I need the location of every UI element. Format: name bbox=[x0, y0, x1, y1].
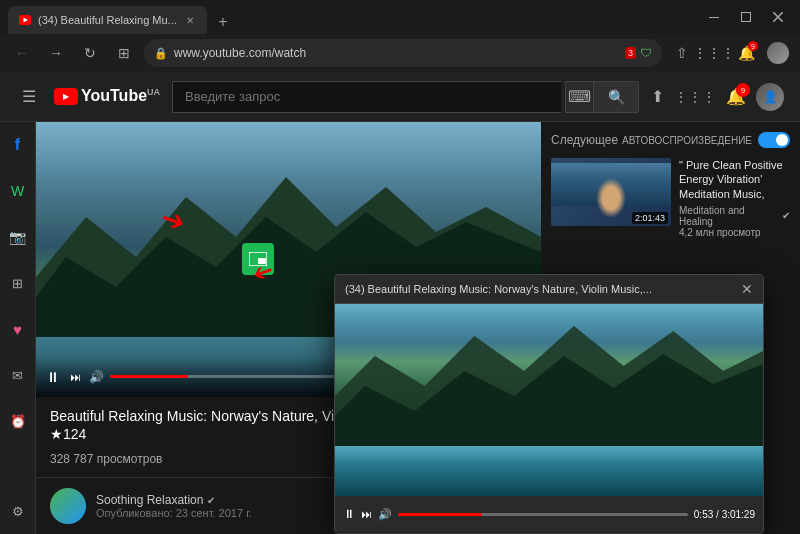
next-view-count: 4,2 млн просмотр bbox=[679, 227, 790, 238]
ssl-lock-icon: 🔒 bbox=[154, 47, 168, 60]
mini-next-button[interactable]: ⏭ bbox=[361, 508, 372, 520]
channel-name[interactable]: Soothing Relaxation bbox=[96, 493, 203, 507]
forward-button[interactable]: → bbox=[42, 39, 70, 67]
next-video-duration: 2:01:43 bbox=[632, 212, 668, 224]
mini-player: (34) Beautiful Relaxing Music: Norway's … bbox=[334, 274, 764, 534]
window-controls bbox=[700, 3, 792, 31]
active-tab[interactable]: (34) Beautiful Relaxing Mu... ✕ bbox=[8, 6, 207, 34]
tab-favicon bbox=[18, 13, 32, 27]
next-verified-icon: ✔ bbox=[782, 210, 790, 221]
autoplay-header: Следующее АВТОВОСПРОИЗВЕДЕНИЕ bbox=[551, 132, 790, 148]
progress-fill bbox=[110, 375, 188, 378]
notification-bell-icon[interactable]: 🔔 9 bbox=[726, 87, 746, 106]
mini-progress-area bbox=[398, 513, 688, 516]
sidebar-icon-whatsapp[interactable]: W bbox=[3, 176, 33, 206]
youtube-ua-suffix: UA bbox=[147, 87, 160, 97]
nav-bar: ← → ↻ ⊞ 🔒 www.youtube.com/watch 3 🛡 ⇧ ⋮⋮… bbox=[0, 34, 800, 72]
mini-player-controls: ⏸ ⏭ 🔊 0:53 / 3:01:29 bbox=[335, 496, 763, 532]
youtube-header: ☰ YouTubeUA ⌨ 🔍 ⬆ ⋮⋮⋮ 🔔 9 👤 bbox=[0, 72, 800, 122]
next-video-title: " Pure Clean Positive Energy Vibration' … bbox=[679, 158, 790, 201]
keyboard-icon[interactable]: ⌨ bbox=[565, 81, 593, 113]
url-text: www.youtube.com/watch bbox=[174, 46, 619, 60]
mini-water bbox=[335, 446, 763, 496]
next-button[interactable]: ⏭ bbox=[68, 369, 83, 385]
tab-close-button[interactable]: ✕ bbox=[183, 13, 197, 27]
extensions-icon[interactable]: ⋮⋮⋮ bbox=[700, 39, 728, 67]
mini-pause-button[interactable]: ⏸ bbox=[343, 507, 355, 521]
toggle-knob bbox=[776, 134, 788, 146]
address-bar[interactable]: 🔒 www.youtube.com/watch 3 🛡 bbox=[144, 39, 662, 67]
verified-icon: ✔ bbox=[207, 495, 215, 506]
notifications-icon[interactable]: 🔔 9 bbox=[732, 39, 760, 67]
next-video-info: " Pure Clean Positive Energy Vibration' … bbox=[679, 158, 790, 238]
search-button[interactable]: 🔍 bbox=[593, 81, 639, 113]
yt-notif-badge: 9 bbox=[736, 83, 750, 97]
apps-icon[interactable]: ⋮⋮⋮ bbox=[674, 89, 716, 105]
hamburger-menu-button[interactable]: ☰ bbox=[16, 81, 42, 112]
youtube-logo-icon bbox=[54, 88, 78, 105]
title-bar: (34) Beautiful Relaxing Mu... ✕ + bbox=[0, 0, 800, 34]
sidebar-icon-settings[interactable]: ⚙ bbox=[3, 496, 33, 526]
mini-video-time: 0:53 / 3:01:29 bbox=[694, 509, 755, 520]
svg-rect-3 bbox=[742, 13, 751, 22]
svg-rect-2 bbox=[709, 17, 719, 18]
next-video-thumbnail: 2:01:43 bbox=[551, 158, 671, 226]
share-icon[interactable]: ⇧ bbox=[668, 39, 696, 67]
new-tab-button[interactable]: + bbox=[211, 10, 235, 34]
nav-right-controls: ⇧ ⋮⋮⋮ 🔔 9 bbox=[668, 39, 792, 67]
thumb-figure bbox=[596, 178, 626, 218]
reload-button[interactable]: ↻ bbox=[76, 39, 104, 67]
publish-date: Опубликовано: 23 сент. 2017 г. bbox=[96, 507, 252, 519]
user-avatar[interactable]: 👤 bbox=[756, 83, 784, 111]
next-label: Следующее bbox=[551, 133, 618, 147]
minimize-button[interactable] bbox=[700, 3, 728, 31]
next-video-card[interactable]: 2:01:43 " Pure Clean Positive Energy Vib… bbox=[551, 158, 790, 238]
search-input[interactable] bbox=[172, 81, 561, 113]
sidebar-icon-clock[interactable]: ⏰ bbox=[3, 406, 33, 436]
notif-badge: 9 bbox=[748, 41, 758, 51]
header-right: ⬆ ⋮⋮⋮ 🔔 9 👤 bbox=[651, 83, 784, 111]
autoplay-toggle-area: АВТОВОСПРОИЗВЕДЕНИЕ bbox=[622, 132, 790, 148]
maximize-button[interactable] bbox=[732, 3, 760, 31]
view-count: 328 787 просмотров bbox=[50, 452, 162, 466]
tab-title: (34) Beautiful Relaxing Mu... bbox=[38, 14, 177, 26]
left-sidebar: f W 📷 ⊞ ♥ ✉ ⏰ ⚙ bbox=[0, 122, 36, 534]
profile-avatar[interactable] bbox=[764, 39, 792, 67]
close-button[interactable] bbox=[764, 3, 792, 31]
search-area: ⌨ 🔍 bbox=[172, 81, 639, 113]
mini-progress-bar[interactable] bbox=[398, 513, 688, 516]
back-button[interactable]: ← bbox=[8, 39, 36, 67]
sidebar-icon-messenger[interactable]: ✉ bbox=[3, 360, 33, 390]
address-right: 3 🛡 bbox=[625, 46, 652, 60]
browser-chrome: (34) Beautiful Relaxing Mu... ✕ + ← → ↻ bbox=[0, 0, 800, 72]
upload-icon[interactable]: ⬆ bbox=[651, 87, 664, 106]
security-icon: 🛡 bbox=[640, 46, 652, 60]
request-badge: 3 bbox=[625, 47, 636, 59]
tab-area: (34) Beautiful Relaxing Mu... ✕ + bbox=[8, 0, 696, 34]
pause-button[interactable]: ⏸ bbox=[44, 367, 62, 387]
tab-grid-button[interactable]: ⊞ bbox=[110, 39, 138, 67]
volume-button[interactable]: 🔊 bbox=[89, 370, 104, 384]
channel-avatar[interactable] bbox=[50, 488, 86, 524]
next-channel-name: Meditation and Healing ✔ bbox=[679, 205, 790, 227]
mini-progress-fill bbox=[398, 513, 482, 516]
autoplay-toggle[interactable] bbox=[758, 132, 790, 148]
mini-volume-button[interactable]: 🔊 bbox=[378, 508, 392, 521]
sidebar-icon-facebook[interactable]: f bbox=[3, 130, 33, 160]
sidebar-icon-heart[interactable]: ♥ bbox=[3, 314, 33, 344]
mini-player-video[interactable] bbox=[335, 304, 763, 496]
sidebar-icon-instagram[interactable]: 📷 bbox=[3, 222, 33, 252]
mini-player-title-text: (34) Beautiful Relaxing Music: Norway's … bbox=[345, 283, 733, 295]
youtube-logo-text: YouTubeUA bbox=[81, 87, 160, 105]
mini-player-close-button[interactable]: ✕ bbox=[741, 281, 753, 297]
sidebar-icon-grid[interactable]: ⊞ bbox=[3, 268, 33, 298]
channel-details: Soothing Relaxation ✔ Опубликовано: 23 с… bbox=[96, 493, 252, 519]
youtube-logo[interactable]: YouTubeUA bbox=[54, 87, 160, 105]
autoplay-text: АВТОВОСПРОИЗВЕДЕНИЕ bbox=[622, 135, 752, 146]
mini-mountains-svg bbox=[335, 316, 763, 446]
mini-player-title-bar: (34) Beautiful Relaxing Music: Norway's … bbox=[335, 275, 763, 304]
